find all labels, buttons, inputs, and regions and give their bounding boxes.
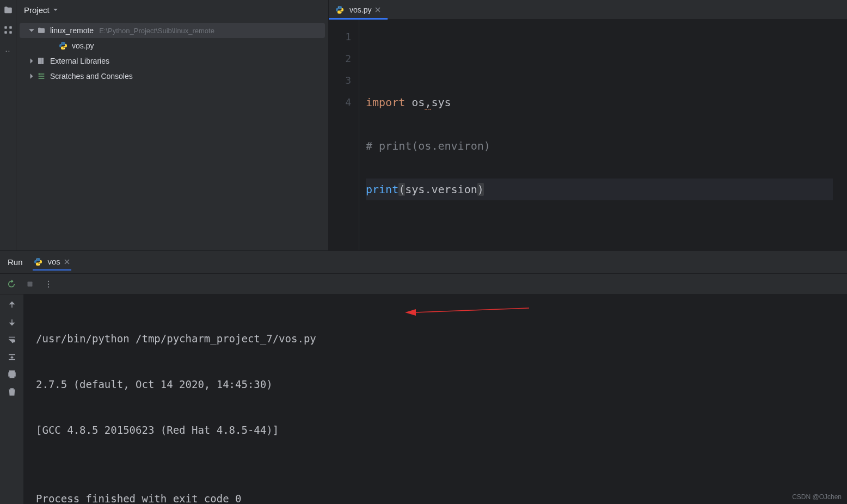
editor-area: vos.py 1 2 3 4 import os,sys # print(os.… xyxy=(329,0,847,250)
line-number: 4 xyxy=(329,91,351,113)
tab-vos[interactable]: vos.py xyxy=(329,0,388,19)
folder-icon xyxy=(37,26,46,35)
console-line: /usr/bin/python /tmp/pycharm_project_7/v… xyxy=(36,327,835,350)
arrow-down-icon[interactable] xyxy=(7,317,17,327)
python-file-icon xyxy=(34,257,42,266)
chevron-right-icon xyxy=(28,58,35,64)
svg-point-10 xyxy=(338,7,339,7)
svg-rect-1 xyxy=(4,31,7,34)
editor-scrollbar[interactable] xyxy=(839,20,847,250)
tree-root-path: E:\Python_Project\Suib\linux_remote xyxy=(99,27,214,35)
chevron-down-icon xyxy=(53,7,58,13)
run-console-output[interactable]: /usr/bin/python /tmp/pycharm_project_7/v… xyxy=(24,294,847,504)
tree-file-label: vos.py xyxy=(72,41,94,50)
svg-point-11 xyxy=(341,12,341,13)
tree-root-folder[interactable]: linux_remote E:\Python_Project\Suib\linu… xyxy=(20,23,325,38)
arrow-up-icon[interactable] xyxy=(7,300,17,310)
svg-rect-8 xyxy=(42,58,43,64)
tab-label: vos.py xyxy=(349,5,371,14)
svg-point-15 xyxy=(48,280,49,281)
line-number: 2 xyxy=(329,48,351,70)
tree-external-libraries[interactable]: External Libraries xyxy=(20,53,325,69)
close-icon[interactable] xyxy=(64,259,70,265)
run-header: Run vos xyxy=(0,251,847,274)
tree-external-label: External Libraries xyxy=(50,57,109,65)
svg-point-4 xyxy=(62,42,62,43)
code-line: # print(os.environ) xyxy=(366,135,833,157)
run-title: Run xyxy=(8,257,23,267)
more-vertical-icon[interactable] xyxy=(44,279,53,289)
svg-rect-3 xyxy=(9,31,12,34)
line-number: 3 xyxy=(329,70,351,91)
left-tool-rail: .. xyxy=(0,0,16,250)
print-icon[interactable] xyxy=(7,370,17,379)
svg-point-12 xyxy=(36,259,36,259)
editor-gutter: 1 2 3 4 xyxy=(329,20,359,250)
console-line: 2.7.5 (default, Oct 14 2020, 14:45:30) xyxy=(36,373,835,396)
svg-rect-7 xyxy=(40,58,41,64)
watermark: CSDN @OJchen xyxy=(792,493,842,501)
project-sidebar: Project linux_remote E:\Python_Project\S… xyxy=(16,0,329,250)
run-toolbar xyxy=(0,274,847,294)
line-number: 1 xyxy=(329,26,351,48)
console-line: Process finished with exit code 0 xyxy=(36,487,835,504)
svg-point-16 xyxy=(48,283,49,284)
editor-body[interactable]: 1 2 3 4 import os,sys # print(os.environ… xyxy=(329,20,847,250)
svg-rect-2 xyxy=(9,26,12,29)
tree-scratches[interactable]: Scratches and Consoles xyxy=(20,69,325,84)
run-panel: Run vos /usr/bin/pytho xyxy=(0,250,847,504)
svg-rect-6 xyxy=(39,58,40,64)
project-tree: linux_remote E:\Python_Project\Suib\linu… xyxy=(16,20,328,87)
more-icon[interactable]: .. xyxy=(5,45,11,53)
svg-point-13 xyxy=(39,264,39,265)
code-line: print(sys.version) xyxy=(366,179,833,200)
svg-point-9 xyxy=(39,73,40,75)
project-header-label: Project xyxy=(24,5,50,15)
trash-icon[interactable] xyxy=(7,387,17,397)
code-line xyxy=(366,48,833,70)
run-left-toolbar xyxy=(0,294,24,504)
svg-rect-14 xyxy=(28,281,33,286)
tree-file-vos[interactable]: vos.py xyxy=(20,38,325,53)
svg-rect-0 xyxy=(4,26,7,29)
editor-code[interactable]: import os,sys # print(os.environ) print(… xyxy=(359,20,839,250)
library-icon xyxy=(37,57,46,65)
structure-icon[interactable] xyxy=(3,25,13,35)
chevron-right-icon xyxy=(28,73,35,79)
scratches-icon xyxy=(37,72,46,81)
svg-point-5 xyxy=(64,48,65,48)
editor-tabs: vos.py xyxy=(329,0,847,20)
svg-point-17 xyxy=(48,286,49,287)
scroll-to-end-icon[interactable] xyxy=(7,352,17,362)
code-line: import os,sys xyxy=(366,91,833,113)
soft-wrap-icon[interactable] xyxy=(7,335,17,345)
project-header[interactable]: Project xyxy=(16,0,328,20)
stop-icon[interactable] xyxy=(25,279,35,289)
folder-icon[interactable] xyxy=(3,5,13,15)
python-file-icon xyxy=(335,5,344,14)
python-file-icon xyxy=(59,41,67,50)
close-icon[interactable] xyxy=(375,7,381,13)
rerun-icon[interactable] xyxy=(7,279,16,289)
run-tab-vos[interactable]: vos xyxy=(33,254,71,271)
tree-scratches-label: Scratches and Consoles xyxy=(50,72,133,81)
tree-root-label: linux_remote xyxy=(50,26,94,35)
run-tab-label: vos xyxy=(48,257,60,266)
svg-rect-20 xyxy=(10,376,14,378)
chevron-down-icon xyxy=(28,27,35,34)
console-line: [GCC 4.8.5 20150623 (Red Hat 4.8.5-44)] xyxy=(36,419,835,441)
